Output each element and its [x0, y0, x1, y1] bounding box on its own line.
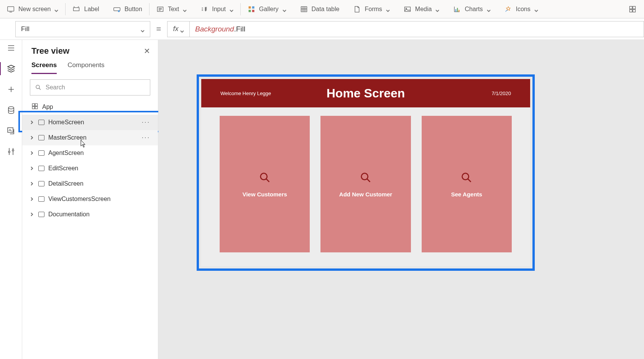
fx-button[interactable]: fx: [167, 21, 189, 37]
tree-item-viewcustomersscreen[interactable]: ViewCustomersScreen: [22, 191, 158, 207]
search-icon: [359, 171, 372, 184]
expand-icon[interactable]: [29, 136, 34, 140]
expand-icon[interactable]: [29, 120, 34, 124]
svg-rect-18: [630, 6, 632, 9]
tile-view-customers[interactable]: View Customers: [220, 116, 310, 252]
screen-icon: [38, 166, 44, 171]
svg-rect-27: [32, 107, 34, 109]
property-selector[interactable]: Fill: [15, 21, 150, 37]
svg-point-31: [462, 173, 469, 180]
screen-icon: [7, 5, 15, 13]
layout-grid-button[interactable]: [622, 0, 644, 18]
button-button[interactable]: Button: [106, 0, 149, 18]
svg-rect-8: [248, 6, 251, 8]
tree-item-documentation[interactable]: Documentation: [22, 207, 158, 222]
icons-button[interactable]: Icons: [498, 0, 545, 18]
screen-homescreen[interactable]: Welcome Henry Legge Home Screen 7/1/2020…: [201, 79, 530, 266]
fx-icon: fx: [173, 25, 178, 33]
tree-item-label: MasterScreen: [48, 134, 87, 141]
equals-sign: =: [153, 24, 164, 34]
svg-rect-12: [301, 7, 307, 12]
svg-rect-15: [455, 9, 457, 12]
tree-item-label: Documentation: [48, 211, 90, 218]
media-button[interactable]: Media: [397, 0, 447, 18]
gallery-button[interactable]: Gallery: [241, 0, 293, 18]
tree-item-homescreen[interactable]: HomeScreen ···: [22, 115, 158, 130]
search-icon: [258, 171, 271, 184]
tab-components[interactable]: Components: [67, 61, 104, 74]
more-options-button[interactable]: ···: [142, 134, 150, 141]
expand-icon[interactable]: [29, 182, 34, 186]
icons-label: Icons: [516, 6, 531, 13]
svg-point-7: [205, 10, 206, 11]
svg-point-14: [406, 8, 407, 9]
svg-point-29: [260, 173, 267, 180]
tree-item-editscreen[interactable]: EditScreen: [22, 161, 158, 176]
tile-see-agents[interactable]: See Agents: [422, 116, 512, 252]
media-icon: [404, 5, 411, 13]
tools-icon[interactable]: [6, 147, 16, 156]
tree-item-detailscreen[interactable]: DetailScreen: [22, 176, 158, 191]
chevron-down-icon: [386, 7, 390, 11]
tab-screens[interactable]: Screens: [31, 61, 57, 74]
app-icon: [31, 103, 38, 111]
expand-icon[interactable]: [29, 212, 34, 216]
tree-search-input[interactable]: Search: [30, 79, 150, 96]
new-screen-button[interactable]: New screen: [0, 0, 65, 18]
tree-view-panel: Tree view ✕ Screens Components Search Ap…: [22, 40, 158, 359]
svg-rect-10: [248, 10, 251, 12]
tree-item-masterscreen[interactable]: MasterScreen ···: [22, 130, 158, 145]
svg-point-5: [205, 7, 206, 8]
svg-point-6: [205, 8, 206, 10]
chevron-down-icon: [283, 7, 286, 11]
tree-item-label: HomeScreen: [48, 119, 84, 126]
tree-item-agentscreen[interactable]: AgentScreen: [22, 145, 158, 161]
tree-item-label: DetailScreen: [48, 180, 84, 187]
close-panel-button[interactable]: ✕: [144, 46, 150, 56]
tree-item-app[interactable]: App: [22, 99, 158, 115]
svg-rect-28: [35, 107, 38, 109]
welcome-text: Welcome Henry Legge: [220, 91, 271, 96]
gallery-icon: [248, 5, 255, 13]
new-screen-label: New screen: [18, 6, 51, 13]
svg-rect-26: [35, 104, 38, 106]
svg-rect-17: [459, 10, 460, 12]
chevron-down-icon: [54, 7, 58, 11]
tree-view-title: Tree view: [31, 46, 69, 56]
expand-icon[interactable]: [29, 151, 34, 155]
main-area: Tree view ✕ Screens Components Search Ap…: [0, 40, 644, 359]
insert-ribbon: New screen Label Button Text Input Galle…: [0, 0, 644, 18]
svg-rect-9: [252, 6, 255, 8]
data-table-button[interactable]: Data table: [293, 0, 347, 18]
canvas[interactable]: Welcome Henry Legge Home Screen 7/1/2020…: [158, 40, 644, 359]
screen-icon: [38, 120, 44, 125]
chevron-down-icon: [183, 7, 187, 11]
chevron-down-icon: [487, 7, 491, 11]
screen-icon: [38, 150, 44, 156]
data-table-icon: [300, 5, 308, 13]
hamburger-icon[interactable]: [6, 43, 16, 53]
chevron-down-icon: [141, 27, 145, 31]
expand-icon[interactable]: [29, 197, 34, 201]
icons-icon: [504, 5, 512, 13]
tree-view-icon[interactable]: [6, 64, 16, 74]
button-label: Button: [125, 6, 142, 13]
svg-rect-0: [8, 7, 14, 11]
label-button[interactable]: Label: [66, 0, 106, 18]
text-button[interactable]: Text: [150, 0, 194, 18]
tile-label: Add New Customer: [339, 191, 392, 198]
expand-icon[interactable]: [29, 166, 34, 170]
forms-button[interactable]: Forms: [346, 0, 396, 18]
more-options-button[interactable]: ···: [142, 119, 150, 126]
text-icon: [156, 5, 164, 13]
media-panel-icon[interactable]: [6, 126, 16, 136]
formula-input[interactable]: Background.Fill: [189, 21, 644, 37]
data-icon[interactable]: [6, 105, 16, 115]
insert-icon[interactable]: [6, 84, 16, 94]
charts-button[interactable]: Charts: [446, 0, 497, 18]
formula-property: .Fill: [234, 25, 245, 33]
svg-point-30: [361, 173, 368, 180]
input-button[interactable]: Input: [194, 0, 240, 18]
date-text: 7/1/2020: [491, 91, 511, 96]
tile-add-new-customer[interactable]: Add New Customer: [320, 116, 411, 252]
